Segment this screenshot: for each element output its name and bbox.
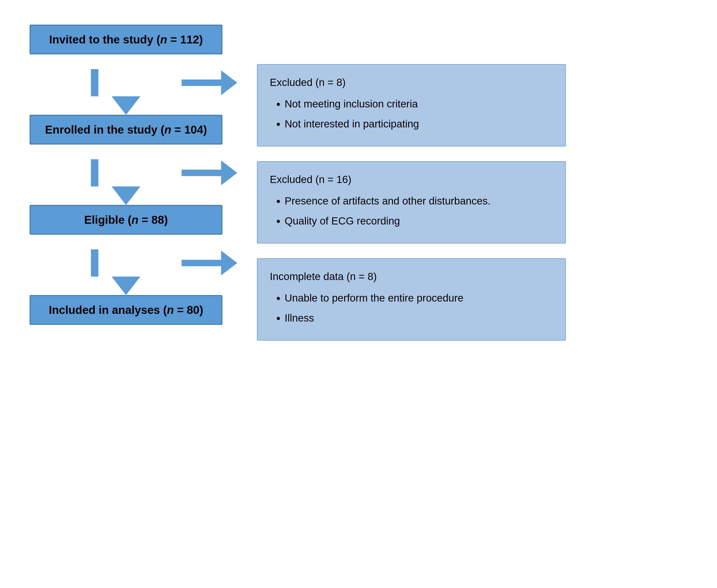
info-title-2: Excluded (n = 16) bbox=[270, 172, 553, 187]
h-arrow-2 bbox=[182, 161, 237, 185]
included-section: Included in analyses (n = 80) bbox=[15, 295, 237, 325]
info-item-3-1: Illness bbox=[285, 310, 553, 326]
info-box-excluded2: Excluded (n = 16) Presence of artifacts … bbox=[257, 161, 566, 244]
v-shaft-3a bbox=[91, 249, 98, 277]
h-head-3 bbox=[221, 251, 237, 275]
v-shaft-1a bbox=[91, 69, 98, 96]
info-box-incomplete: Incomplete data (n = 8) Unable to perfor… bbox=[257, 258, 566, 340]
arrow-down-3 bbox=[29, 277, 222, 295]
arrow-row-2 bbox=[15, 159, 237, 186]
h-arrow-3 bbox=[182, 251, 237, 275]
h-head-2 bbox=[221, 161, 237, 185]
h-shaft-3 bbox=[182, 260, 221, 266]
invited-box: Invited to the study (n = 112) bbox=[29, 25, 222, 54]
arrow-down-2 bbox=[29, 186, 222, 205]
info-list-3: Unable to perform the entire procedure I… bbox=[270, 290, 553, 326]
arrow-row-1 bbox=[15, 69, 237, 96]
info-item-1-0: Not meeting inclusion criteria bbox=[285, 96, 553, 112]
v-shaft-2a bbox=[91, 159, 98, 186]
h-head-1 bbox=[221, 70, 237, 95]
left-column: Invited to the study (n = 112) bbox=[15, 20, 237, 568]
info-title-3: Incomplete data (n = 8) bbox=[270, 269, 553, 284]
info-item-1-1: Not interested in participating bbox=[285, 116, 553, 132]
arrow-head-2 bbox=[112, 186, 140, 205]
info-title-1: Excluded (n = 8) bbox=[270, 75, 553, 90]
info-box-excluded1: Excluded (n = 8) Not meeting inclusion c… bbox=[257, 64, 566, 146]
flowchart-diagram: Invited to the study (n = 112) bbox=[0, 0, 717, 588]
invited-section: Invited to the study (n = 112) bbox=[15, 25, 237, 115]
included-box: Included in analyses (n = 80) bbox=[29, 295, 222, 325]
v-arrow-1 bbox=[15, 69, 174, 96]
enrolled-box: Enrolled in the study (n = 104) bbox=[29, 115, 222, 145]
eligible-box: Eligible (n = 88) bbox=[29, 205, 222, 235]
info-item-2-0: Presence of artifacts and other disturba… bbox=[285, 193, 553, 209]
arrow-down-1 bbox=[29, 96, 222, 115]
v-arrow-3 bbox=[15, 249, 174, 277]
arrow-row-3 bbox=[15, 249, 237, 277]
arrow-head-3 bbox=[112, 277, 140, 295]
info-item-3-0: Unable to perform the entire procedure bbox=[285, 290, 553, 306]
h-shaft-2 bbox=[182, 170, 221, 176]
h-shaft-1 bbox=[182, 80, 221, 86]
right-column: Excluded (n = 8) Not meeting inclusion c… bbox=[237, 20, 702, 568]
h-arrow-1 bbox=[182, 70, 237, 95]
v-arrow-2 bbox=[15, 159, 174, 186]
eligible-section: Eligible (n = 88) bbox=[15, 205, 237, 295]
arrow-head-1 bbox=[112, 96, 140, 115]
info-item-2-1: Quality of ECG recording bbox=[285, 213, 553, 229]
enrolled-section: Enrolled in the study (n = 104) bbox=[15, 115, 237, 205]
info-list-1: Not meeting inclusion criteria Not inter… bbox=[270, 96, 553, 132]
info-list-2: Presence of artifacts and other disturba… bbox=[270, 193, 553, 229]
